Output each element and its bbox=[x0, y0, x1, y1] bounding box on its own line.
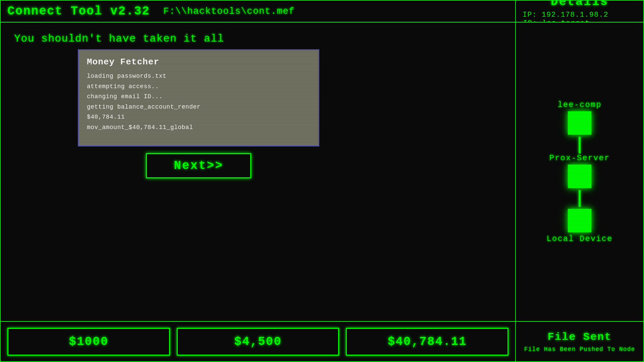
header: Connect Tool v2.32 F:\\hacktools\cont.me… bbox=[1, 1, 516, 22]
main-message: You shouldn't have taken it all bbox=[14, 33, 502, 45]
node-box-prox-server bbox=[568, 165, 591, 188]
details-ip: IP: 192.178.1.98.2 bbox=[523, 11, 608, 19]
dialog-title: Money Fetcher bbox=[87, 57, 310, 67]
dialog-line-0: loading passwords.txt bbox=[87, 71, 310, 81]
dialog-container: Money Fetcher loading passwords.txt atte… bbox=[78, 49, 319, 178]
file-sent-panel: File Sent File Has Been Pushed To Node bbox=[516, 321, 643, 361]
dialog-line-4: $40,784.11 bbox=[87, 112, 310, 122]
amount-box-2: $40,784.11 bbox=[346, 328, 508, 356]
screen: Connect Tool v2.32 F:\\hacktools\cont.me… bbox=[0, 0, 644, 362]
file-sent-title: File Sent bbox=[548, 331, 612, 343]
file-sent-subtitle: File Has Been Pushed To Node bbox=[524, 346, 635, 353]
app-title: Connect Tool v2.32 bbox=[7, 4, 150, 18]
node-label-lee-comp: lee-comp bbox=[557, 100, 601, 109]
bottom-bar: $1000 $4,500 $40,784.11 bbox=[1, 321, 516, 361]
right-panel: lee-comp Prox-Server Local Device bbox=[516, 22, 643, 321]
dialog-line-1: attempting access.. bbox=[87, 81, 310, 92]
next-button-container: Next>> bbox=[78, 153, 319, 178]
node-line-1 bbox=[579, 137, 581, 154]
filepath: F:\\hacktools\cont.mef bbox=[163, 6, 295, 16]
next-button[interactable]: Next>> bbox=[146, 153, 251, 178]
node-box-local bbox=[568, 209, 591, 232]
node-label-prox-server: Prox-Server bbox=[549, 154, 610, 163]
dialog-line-3: getting balance_account_render bbox=[87, 102, 310, 112]
dialog-line-5: mov_amount_$40,784.11_global bbox=[87, 122, 310, 133]
details-panel: Details IP: 192.178.1.98.2 ID: lee_targe… bbox=[516, 1, 643, 22]
node-line-2 bbox=[579, 190, 581, 207]
node-box-lee-comp bbox=[568, 111, 591, 135]
amount-box-1: $4,500 bbox=[177, 328, 339, 356]
dialog-line-2: changing email ID... bbox=[87, 92, 310, 102]
amount-box-0: $1000 bbox=[7, 328, 170, 356]
details-title: Details bbox=[551, 0, 608, 9]
node-label-local-device: Local Device bbox=[547, 234, 613, 243]
dialog-box: Money Fetcher loading passwords.txt atte… bbox=[78, 49, 319, 146]
main-area: You shouldn't have taken it all Money Fe… bbox=[1, 22, 516, 321]
